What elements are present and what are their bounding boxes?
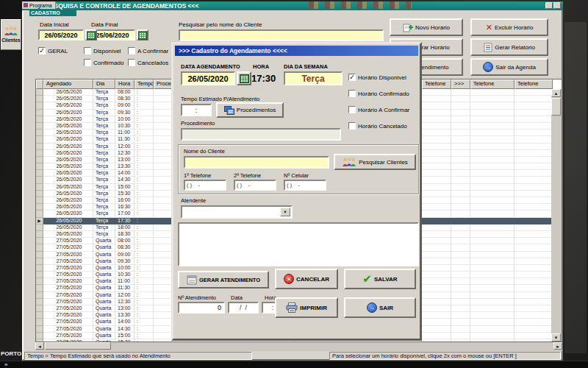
cell-hora: 09:00	[115, 252, 135, 258]
button-label: IMPRIMIR	[300, 305, 327, 311]
cell-sep	[451, 89, 470, 96]
cell-telefone	[470, 319, 514, 325]
dialog-checkbox-horario-cancelado[interactable]: Horário Cancelado	[348, 122, 407, 130]
pesquisar-clientes-button[interactable]: Pesquisar Clientes	[334, 154, 416, 170]
cell-telefone	[514, 204, 551, 210]
cell-dia: Quarta	[93, 292, 115, 299]
sair-da-agenda-button[interactable]: →Sair da Agenda	[470, 58, 548, 76]
cell-hora: 17:30	[115, 218, 135, 224]
filter-checkbox-confirmado[interactable]: Confirmado	[84, 59, 123, 66]
cell-agendado: 26/05/2020	[43, 136, 93, 143]
cell-telefone	[422, 197, 451, 204]
dialog-titlebar[interactable]: >>> Cadastro do Agendamento <<<<	[175, 46, 418, 56]
chevron-down-icon[interactable]: ▼	[280, 208, 290, 216]
scroll-up-button[interactable]: ▲	[551, 89, 561, 97]
checkbox-icon	[348, 106, 356, 113]
client-search-label: Pesquisar pelo nome do Cliente	[179, 21, 262, 28]
client-search-input[interactable]	[179, 29, 384, 41]
salvar-button[interactable]: ✔ SALVAR	[344, 269, 416, 289]
minimize-button[interactable]	[545, 2, 553, 9]
data-agendamento-input[interactable]: 26/05/2020	[181, 71, 235, 85]
cell-telefone	[422, 144, 451, 150]
scroll-left-button[interactable]: ◄	[35, 342, 44, 350]
gerar-atendimento-button[interactable]: GERAR ATENDIMENTO	[178, 271, 269, 289]
cell-tempo: :	[135, 102, 154, 109]
telefone2-input[interactable]: ( ) -	[234, 180, 276, 191]
cell-tempo: :	[135, 197, 154, 204]
grid-column-tempo[interactable]: Tempo	[135, 79, 154, 89]
imprimir-button[interactable]: IMPRIMIR	[275, 297, 338, 318]
dia-da-semana-label: DIA DA SEMANA	[284, 63, 328, 70]
filter-checkbox-geral[interactable]: ✓GERAL	[38, 47, 68, 54]
data-inicial-calendar-button[interactable]	[85, 29, 97, 40]
scroll-down-button[interactable]: ▼	[551, 333, 561, 342]
n-atendimento-input[interactable]: 0	[178, 302, 225, 314]
procedimento-input[interactable]	[181, 128, 341, 141]
window-titlebar[interactable]: >>> PESQUISA E CONTROLE DE AGENDAMENTOS …	[22, 1, 563, 10]
dialog-checkbox-horario-disponivel[interactable]: ✓Horário Disponível	[348, 74, 406, 81]
fragment-text: Programa	[29, 3, 52, 8]
data-inicial-input[interactable]: 26/05/2020	[38, 29, 84, 40]
cell-telefone	[470, 130, 514, 136]
grid-column-telefone[interactable]: Telefone	[470, 79, 514, 89]
cell-agendado: 27/05/2020	[43, 312, 93, 319]
novo-horario-button[interactable]: Novo Horário	[390, 18, 463, 36]
scroll-thumb[interactable]	[551, 98, 561, 116]
row-indicator	[36, 238, 43, 244]
tempo-estimado-input[interactable]: :	[181, 104, 212, 116]
dialog-checkbox-horario-a-confirmar[interactable]: Horário A Confirmar	[348, 106, 409, 113]
cell-hora: 08:00	[115, 238, 135, 244]
cell-agendado: 26/05/2020	[43, 110, 93, 116]
procedimentos-button[interactable]: Procedimentos	[216, 102, 284, 118]
cell-hora: 09:30	[115, 110, 135, 116]
cell-telefone	[514, 218, 551, 224]
cell-telefone	[470, 238, 514, 244]
cell-telefone	[470, 163, 514, 170]
cell-hora: 12:00	[115, 292, 135, 299]
grid-column-dia[interactable]: Dia	[93, 79, 115, 89]
dialog-checkbox-horario-confirmado[interactable]: Horário Confirmado	[348, 90, 409, 97]
sair-button[interactable]: → SAIR	[344, 297, 416, 318]
close-button[interactable]	[553, 2, 561, 9]
cell-telefone	[470, 144, 514, 150]
cell-dia: Terça	[93, 110, 115, 116]
cell-tempo: :	[135, 191, 154, 197]
cell-tempo: :	[135, 238, 154, 244]
grid-column-sep[interactable]: >>>	[451, 79, 470, 89]
filter-checkbox-disponivel[interactable]: Disponível	[84, 47, 121, 54]
dialog-calendar-button[interactable]	[237, 71, 251, 85]
nome-cliente-input[interactable]	[184, 156, 329, 169]
celular-input[interactable]: ( ) -	[284, 180, 326, 191]
taskbar-chevron[interactable]: »	[4, 361, 7, 368]
cell-dia: Quarta	[93, 305, 115, 312]
dia-da-semana-value: Terça	[284, 71, 343, 85]
clientes-shortcut[interactable]: Clientes	[1, 19, 21, 50]
grid-column-telefone[interactable]: Telefone	[514, 79, 553, 89]
cell-telefone	[514, 333, 551, 339]
excluir-horario-button[interactable]: ✕Excluir Horário	[470, 18, 548, 36]
data-final-label: Data Final	[91, 21, 118, 28]
observations-memo[interactable]	[178, 222, 419, 266]
scroll-thumb[interactable]	[45, 342, 111, 350]
filter-checkbox-a-confirmar[interactable]: A Confirmar	[128, 47, 168, 54]
atendente-dropdown[interactable]: ▼	[181, 205, 293, 219]
telefone1-input[interactable]: ( ) -	[184, 180, 226, 191]
scroll-right-button[interactable]: ►	[553, 342, 562, 350]
cancelar-button[interactable]: ✕ CANCELAR	[275, 269, 338, 289]
button-label: SALVAR	[374, 276, 398, 283]
gerar-relatorio-button[interactable]: Gerar Relatório	[470, 38, 548, 56]
grid-horizontal-scrollbar[interactable]: ◄ ►	[35, 342, 562, 351]
grid-vertical-scrollbar[interactable]: ▲ ▼	[551, 89, 562, 342]
grid-column-agendado[interactable]: Agendado	[43, 79, 93, 89]
data-input[interactable]: / /	[228, 302, 259, 314]
data-final-calendar-button[interactable]	[137, 29, 148, 40]
checkbox-icon: ✓	[38, 47, 46, 54]
filter-checkbox-cancelados[interactable]: Cancelados	[128, 59, 168, 66]
grid-column-hora[interactable]: Hora	[115, 79, 135, 89]
cell-sep	[451, 136, 470, 143]
grid-column-telefone[interactable]: Telefone	[422, 79, 451, 89]
button-label: Excluir Horário	[495, 24, 533, 31]
taskbar[interactable]: »	[0, 361, 588, 368]
cell-agendado: 26/05/2020	[43, 191, 93, 197]
cell-dia: Quarta	[93, 244, 115, 251]
